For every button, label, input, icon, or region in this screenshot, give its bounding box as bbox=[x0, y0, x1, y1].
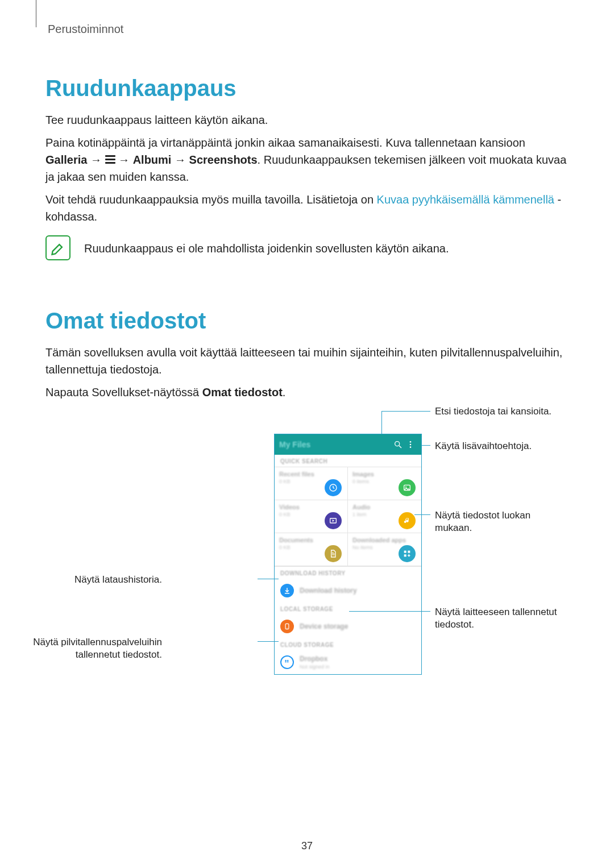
cell-images: Images0 items bbox=[348, 467, 421, 500]
svg-rect-9 bbox=[404, 551, 406, 553]
svg-rect-11 bbox=[404, 554, 406, 556]
hamburger-icon bbox=[105, 153, 115, 165]
local-header: LOCAL STORAGE bbox=[275, 603, 421, 614]
cell-documents: Documents0 KB bbox=[275, 533, 348, 566]
device-storage-icon bbox=[280, 620, 294, 633]
dropbox-icon bbox=[280, 655, 294, 669]
quick-search-label: QUICK SEARCH bbox=[275, 455, 421, 467]
app-titlebar: My Files bbox=[275, 434, 421, 455]
row-device-storage: Device storage bbox=[275, 614, 421, 638]
search-icon bbox=[392, 440, 404, 449]
text-s1-p2: Paina kotinäppäintä ja virtanäppäintä jo… bbox=[45, 134, 569, 185]
recent-icon bbox=[325, 479, 342, 496]
audio-icon bbox=[399, 512, 416, 529]
callout-cloud: Näytä pilvitallennuspalveluihin tallenne… bbox=[3, 636, 162, 661]
text-s1-p3: Voit tehdä ruudunkaappauksia myös muilla… bbox=[45, 191, 569, 225]
row-download-history: Download history bbox=[275, 579, 421, 603]
page-header: Perustoiminnot bbox=[48, 23, 569, 36]
cell-audio: Audio1 item bbox=[348, 500, 421, 533]
svg-point-0 bbox=[395, 442, 400, 446]
row-dropbox: DropboxNot signed in bbox=[275, 650, 421, 674]
callout-category: Näytä tiedostot luokan mukaan. bbox=[435, 509, 569, 534]
cloud-header: CLOUD STORAGE bbox=[275, 638, 421, 650]
download-icon bbox=[280, 584, 294, 597]
videos-icon bbox=[325, 512, 342, 529]
text-s1-p1: Tee ruudunkaappaus laitteen käytön aikan… bbox=[45, 111, 569, 128]
dl-header: DOWNLOAD HISTORY bbox=[275, 567, 421, 579]
apps-icon bbox=[399, 545, 416, 562]
svg-point-7 bbox=[405, 487, 406, 488]
text-s2-p2: Napauta Sovellukset-näytössä Omat tiedos… bbox=[45, 384, 569, 401]
svg-point-2 bbox=[410, 441, 412, 443]
link-palm-swipe[interactable]: Kuvaa pyyhkäisemällä kämmenellä bbox=[377, 193, 554, 206]
heading-screenshot: Ruudunkaappaus bbox=[45, 76, 569, 101]
documents-icon bbox=[325, 545, 342, 562]
svg-point-3 bbox=[410, 444, 412, 446]
images-icon bbox=[399, 479, 416, 496]
text-s2-p1: Tämän sovelluksen avulla voit käyttää la… bbox=[45, 344, 569, 378]
phone-screenshot: My Files QUICK SEARCH Recent files0 KB bbox=[274, 434, 422, 675]
svg-point-13 bbox=[287, 628, 287, 628]
more-icon bbox=[404, 440, 417, 449]
cell-videos: Videos0 KB bbox=[275, 500, 348, 533]
cell-downloaded-apps: Downloaded appsNo items bbox=[348, 533, 421, 566]
callout-device: Näytä laitteeseen tallennetut tiedostot. bbox=[435, 606, 583, 631]
svg-line-1 bbox=[399, 446, 401, 448]
heading-myfiles: Omat tiedostot bbox=[45, 308, 569, 334]
note-icon bbox=[45, 235, 70, 260]
category-grid: Recent files0 KB Images0 items Videos0 K… bbox=[275, 467, 421, 566]
callout-downloads: Näytä lataushistoria. bbox=[74, 574, 162, 586]
page-number: 37 bbox=[0, 840, 614, 852]
callout-search: Etsi tiedostoja tai kansioita. bbox=[435, 405, 551, 418]
svg-point-4 bbox=[410, 446, 412, 448]
note-text: Ruudunkaappaus ei ole mahdollista joiden… bbox=[84, 240, 449, 257]
cell-recent: Recent files0 KB bbox=[275, 467, 348, 500]
callout-more: Käytä lisävaihtoehtoja. bbox=[435, 440, 532, 452]
svg-rect-10 bbox=[408, 551, 410, 553]
